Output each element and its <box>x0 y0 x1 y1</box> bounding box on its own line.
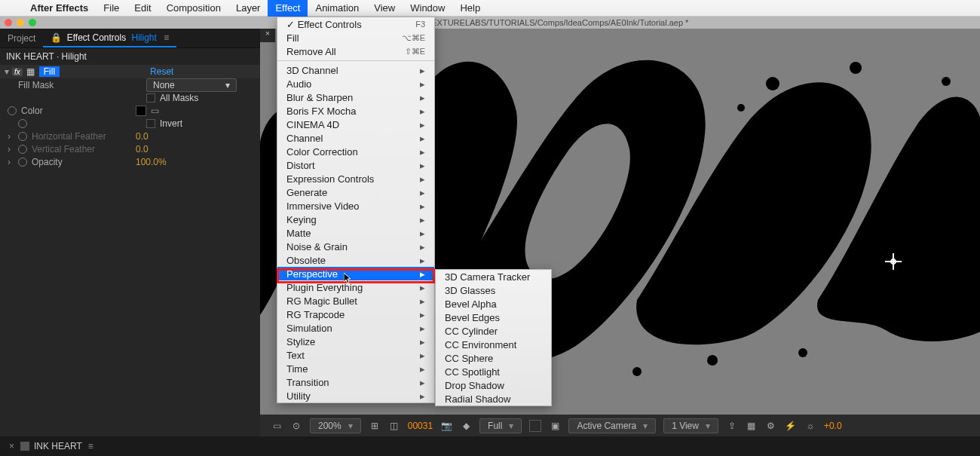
stopwatch-icon[interactable] <box>8 106 17 115</box>
menu-window[interactable]: Window <box>403 0 452 17</box>
tab-effect-controls[interactable]: 🔒 Effect Controls Hilight ≡ <box>43 29 176 47</box>
svg-point-0 <box>850 62 862 74</box>
comp-tab[interactable]: INK HEART <box>34 441 82 451</box>
effect-name[interactable]: Fill <box>39 66 60 77</box>
hfeather-value[interactable]: 0.0 <box>136 131 149 142</box>
close-icon[interactable]: × <box>9 441 14 451</box>
fast-preview-icon[interactable]: ⚡ <box>785 420 797 432</box>
eyedropper-icon[interactable]: ▭ <box>151 106 159 116</box>
menu-category-generate[interactable]: Generate <box>277 185 434 199</box>
menu-category-obsolete[interactable]: Obsolete <box>277 253 434 267</box>
exposure-value[interactable]: +0.0 <box>824 421 842 431</box>
menu-category-time[interactable]: Time <box>277 362 434 375</box>
menu-remove-all[interactable]: Remove All⇧⌘E <box>277 44 434 58</box>
views-select[interactable]: 1 View <box>663 418 718 433</box>
close-icon[interactable] <box>5 19 12 26</box>
submenu-bevel-edges[interactable]: Bevel Edges <box>436 311 551 324</box>
menu-effect-controls[interactable]: ✓ Effect ControlsF3 <box>277 17 434 31</box>
channel-icon[interactable]: ◆ <box>460 420 472 432</box>
menu-category-expression-controls[interactable]: Expression Controls <box>277 172 434 185</box>
tab-project[interactable]: Project <box>0 30 43 47</box>
menu-category-rg-magic-bullet[interactable]: RG Magic Bullet <box>277 294 434 308</box>
transparency-icon[interactable] <box>529 420 541 432</box>
svg-point-1 <box>766 77 779 90</box>
submenu-cc-cylinder[interactable]: CC Cylinder <box>436 324 551 338</box>
menu-edit[interactable]: Edit <box>127 0 158 17</box>
menu-category-blur-sharpen[interactable]: Blur & Sharpen <box>277 90 434 104</box>
menu-category-matte[interactable]: Matte <box>277 226 434 240</box>
current-frame[interactable]: 00031 <box>408 421 433 431</box>
resolution-select[interactable]: Full <box>479 418 522 433</box>
vfeather-value[interactable]: 0.0 <box>136 144 149 155</box>
menu-category-cinema-4d[interactable]: CINEMA 4D <box>277 118 434 131</box>
menu-view[interactable]: View <box>366 0 403 17</box>
menu-category-simulation[interactable]: Simulation <box>277 321 434 335</box>
menu-category-transition[interactable]: Transition <box>277 375 434 389</box>
menu-category-noise-grain[interactable]: Noise & Grain <box>277 240 434 253</box>
submenu-cc-sphere[interactable]: CC Sphere <box>436 351 551 365</box>
menu-category-utility[interactable]: Utility <box>277 389 434 402</box>
display-icon[interactable]: ▭ <box>271 420 283 432</box>
share-icon[interactable]: ⇪ <box>726 420 738 432</box>
anchor-point-icon[interactable] <box>888 256 899 267</box>
reset-button[interactable]: Reset <box>150 66 173 77</box>
stopwatch-icon[interactable] <box>18 119 27 128</box>
stopwatch-icon[interactable] <box>18 132 27 141</box>
menu-category-distort[interactable]: Distort <box>277 158 434 172</box>
magnify-icon[interactable]: ⊙ <box>290 420 302 432</box>
menu-category-channel[interactable]: Channel <box>277 131 434 145</box>
fx-header[interactable]: ▾ fx ▦ Fill Reset <box>0 65 260 78</box>
menu-effect[interactable]: Effect <box>268 0 308 17</box>
timeline-tabs: × INK HEART ≡ <box>0 436 980 456</box>
menu-category-keying[interactable]: Keying <box>277 213 434 226</box>
menu-layer[interactable]: Layer <box>228 0 268 17</box>
cursor-icon <box>344 273 353 285</box>
camera-select[interactable]: Active Camera <box>568 418 656 433</box>
svg-point-5 <box>707 355 718 366</box>
fx-enable-icon[interactable]: ▦ <box>26 66 35 77</box>
exposure-icon[interactable]: ☼ <box>804 420 816 432</box>
menu-category-boris-fx-mocha[interactable]: Boris FX Mocha <box>277 104 434 118</box>
menu-category-plugin-everything[interactable]: Plugin Everything <box>277 280 434 294</box>
submenu-bevel-alpha[interactable]: Bevel Alpha <box>436 297 551 311</box>
menu-category-color-correction[interactable]: Color Correction <box>277 145 434 158</box>
maximize-icon[interactable] <box>29 19 36 26</box>
zoom-select[interactable]: 200% <box>310 418 361 433</box>
fill-mask-select[interactable]: None▾ <box>146 78 237 92</box>
menu-category-rg-trapcode[interactable]: RG Trapcode <box>277 308 434 321</box>
menu-category-perspective[interactable]: Perspective <box>277 267 434 280</box>
region-icon[interactable]: ▣ <box>549 420 561 432</box>
menu-category-3d-channel[interactable]: 3D Channel <box>277 63 434 77</box>
viewer-controls: ▭ ⊙ 200% ⊞ ◫ 00031 📷 ◆ Full ▣ Active Cam… <box>260 415 980 436</box>
menu-help[interactable]: Help <box>452 0 488 17</box>
submenu-3d-camera-tracker[interactable]: 3D Camera Tracker <box>436 270 551 283</box>
menu-category-audio[interactable]: Audio <box>277 77 434 90</box>
invert-checkbox[interactable] <box>146 119 155 128</box>
menu-category-text[interactable]: Text <box>277 348 434 362</box>
menu-composition[interactable]: Composition <box>159 0 228 17</box>
minimize-icon[interactable] <box>17 19 24 26</box>
color-swatch[interactable] <box>136 106 146 116</box>
3d-icon[interactable]: ▦ <box>746 420 758 432</box>
submenu-radial-shadow[interactable]: Radial Shadow <box>436 392 551 406</box>
menu-last-effect[interactable]: Fill⌥⌘E <box>277 31 434 44</box>
menu-file[interactable]: File <box>96 0 127 17</box>
window-controls[interactable] <box>5 19 36 26</box>
snapshot-icon[interactable]: 📷 <box>440 420 452 432</box>
menu-category-stylize[interactable]: Stylize <box>277 335 434 348</box>
stopwatch-icon[interactable] <box>18 158 27 167</box>
stopwatch-icon[interactable] <box>18 145 27 154</box>
mac-menubar: After Effects File Edit Composition Laye… <box>0 0 980 17</box>
submenu-cc-spotlight[interactable]: CC Spotlight <box>436 365 551 378</box>
submenu-3d-glasses[interactable]: 3D Glasses <box>436 283 551 297</box>
menu-animation[interactable]: Animation <box>308 0 366 17</box>
submenu-cc-environment[interactable]: CC Environment <box>436 338 551 351</box>
grid-icon[interactable]: ⊞ <box>369 420 381 432</box>
submenu-drop-shadow[interactable]: Drop Shadow <box>436 378 551 392</box>
perspective-submenu: 3D Camera Tracker3D GlassesBevel AlphaBe… <box>435 269 552 406</box>
renderer-icon[interactable]: ⚙ <box>765 420 777 432</box>
menu-category-immersive-video[interactable]: Immersive Video <box>277 199 434 213</box>
opacity-value[interactable]: 100.0% <box>136 157 167 167</box>
mask-icon[interactable]: ◫ <box>388 420 400 432</box>
all-masks-checkbox[interactable] <box>146 93 155 103</box>
